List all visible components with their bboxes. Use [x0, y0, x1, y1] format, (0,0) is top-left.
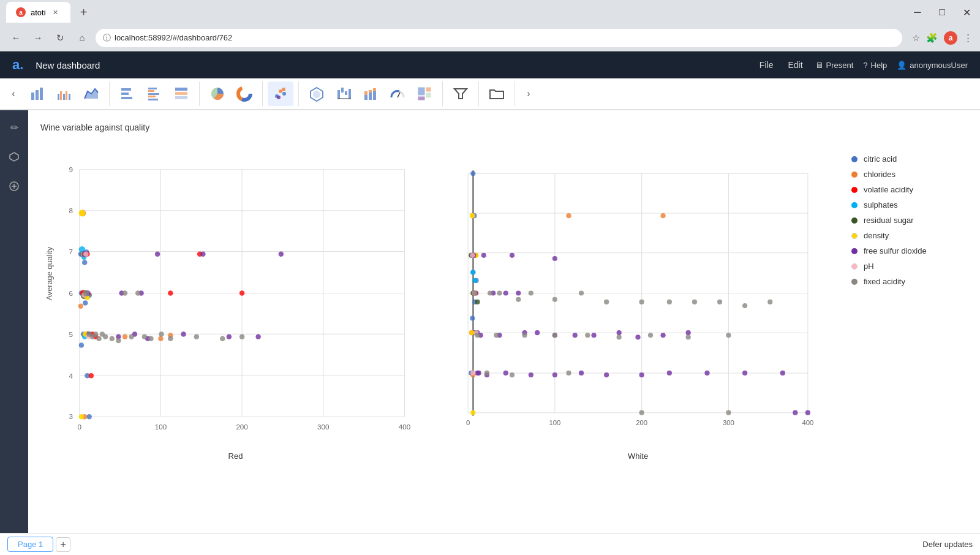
help-button[interactable]: ? Help [863, 61, 887, 70]
svg-rect-10 [121, 92, 129, 95]
file-menu[interactable]: File [760, 60, 774, 70]
svg-point-93 [123, 334, 127, 339]
svg-rect-12 [148, 88, 157, 89]
menu-icon[interactable]: ⋮ [963, 32, 973, 43]
svg-point-270 [639, 410, 644, 415]
svg-rect-14 [148, 93, 159, 95]
bar-chart-button[interactable] [24, 81, 50, 106]
close-button[interactable]: ✕ [959, 5, 974, 20]
address-bar-row: ← → ↻ ⌂ ⓘ localhost:58992/#/dashboard/76… [0, 25, 980, 51]
svg-rect-5 [63, 94, 65, 100]
toolbar-prev[interactable]: ‹ [5, 85, 22, 102]
hbar-button[interactable] [115, 81, 140, 106]
svg-point-221 [660, 333, 665, 338]
bookmark-icon[interactable]: ☆ [912, 32, 920, 43]
svg-point-141 [116, 338, 121, 343]
pie-button[interactable] [205, 81, 230, 106]
svg-point-140 [110, 336, 115, 341]
legend-ph-label: pH [864, 262, 874, 271]
svg-point-130 [227, 334, 232, 339]
user-menu[interactable]: 👤 anonymousUser [897, 61, 968, 70]
svg-point-113 [79, 210, 86, 217]
svg-rect-32 [341, 88, 344, 92]
svg-point-257 [742, 303, 747, 308]
svg-point-244 [472, 290, 477, 295]
svg-rect-1 [36, 90, 39, 100]
donut-button[interactable] [232, 81, 257, 106]
polygon-button[interactable] [304, 81, 330, 106]
tab-close-button[interactable]: ✕ [51, 7, 61, 17]
svg-rect-15 [148, 96, 156, 97]
minimize-button[interactable]: ─ [910, 5, 925, 20]
back-button[interactable]: ← [7, 29, 24, 47]
svg-point-146 [194, 334, 199, 339]
home-button[interactable]: ⌂ [74, 29, 91, 47]
white-wine-chart-area: 0 100 200 300 400 [443, 142, 833, 444]
page-1-tab[interactable]: Page 1 [7, 537, 53, 552]
svg-point-246 [488, 290, 492, 295]
svg-point-147 [220, 336, 225, 341]
svg-point-224 [510, 253, 514, 258]
profile-icon[interactable]: a [944, 31, 957, 45]
treemap-button[interactable] [412, 81, 437, 106]
forward-button[interactable]: → [29, 29, 47, 47]
app-title: New dashboard [36, 60, 100, 70]
svg-point-85 [86, 414, 91, 419]
svg-rect-17 [175, 88, 187, 91]
hbar2-button[interactable] [141, 81, 167, 106]
folder-button[interactable] [484, 81, 510, 106]
help-icon: ? [863, 61, 867, 70]
browser-tab[interactable]: a atoti ✕ [6, 2, 70, 23]
sidebar-edit-icon[interactable]: ✏ [4, 118, 24, 137]
svg-rect-41 [373, 88, 376, 91]
defer-updates-button[interactable]: Defer updates [922, 540, 973, 549]
scatter-group [268, 81, 299, 106]
svg-rect-6 [66, 91, 67, 100]
svg-text:0: 0 [77, 423, 81, 431]
svg-point-153 [159, 331, 164, 336]
svg-point-172 [470, 171, 475, 176]
stacked-button[interactable] [358, 81, 383, 106]
extensions-icon[interactable]: 🧩 [926, 32, 938, 43]
waterfall-button[interactable] [331, 81, 356, 106]
svg-point-25 [279, 89, 282, 93]
svg-rect-31 [337, 90, 340, 99]
maximize-button[interactable]: □ [935, 5, 949, 20]
svg-point-210 [503, 290, 508, 295]
add-page-button[interactable]: + [56, 537, 70, 552]
legend-sulphates: sulphates [851, 200, 962, 210]
reload-button[interactable]: ↻ [51, 29, 69, 47]
svg-point-222 [686, 330, 691, 335]
svg-rect-2 [40, 88, 43, 100]
address-bar[interactable]: ⓘ localhost:58992/#/dashboard/762 [96, 29, 902, 47]
browser-titlebar: a atoti ✕ + ─ □ ✕ [0, 0, 980, 25]
gauge-button[interactable] [385, 81, 410, 106]
present-button[interactable]: 🖥 Present [815, 61, 854, 70]
edit-menu[interactable]: Edit [788, 60, 802, 70]
svg-point-215 [535, 330, 540, 335]
charts-container: Average quality [40, 142, 968, 461]
new-tab-button[interactable]: + [75, 4, 92, 21]
window-controls: ─ □ ✕ [910, 5, 974, 20]
filter-button[interactable] [448, 81, 473, 106]
toolbar-next[interactable]: › [520, 85, 537, 102]
svg-rect-11 [121, 97, 132, 99]
hbar3-button[interactable] [168, 81, 194, 106]
chart-toolbar: ‹ [0, 78, 980, 110]
sidebar-widget-icon[interactable] [4, 147, 24, 167]
svg-point-125 [155, 252, 160, 257]
svg-marker-47 [454, 89, 467, 99]
white-wine-scatter: 0 100 200 300 400 [443, 142, 833, 444]
legend-chlorides-dot [851, 172, 858, 178]
chart-title: Wine variable against quality [40, 123, 968, 132]
sidebar-add-icon[interactable] [4, 176, 24, 196]
scatter-button[interactable] [268, 81, 293, 106]
svg-rect-0 [31, 92, 34, 100]
grouped-bar-button[interactable] [51, 81, 77, 106]
area-chart-button[interactable] [78, 81, 104, 106]
svg-point-243 [470, 371, 475, 376]
svg-point-180 [470, 315, 475, 320]
svg-rect-9 [121, 88, 131, 91]
svg-point-259 [494, 333, 499, 338]
svg-text:6: 6 [69, 289, 73, 297]
